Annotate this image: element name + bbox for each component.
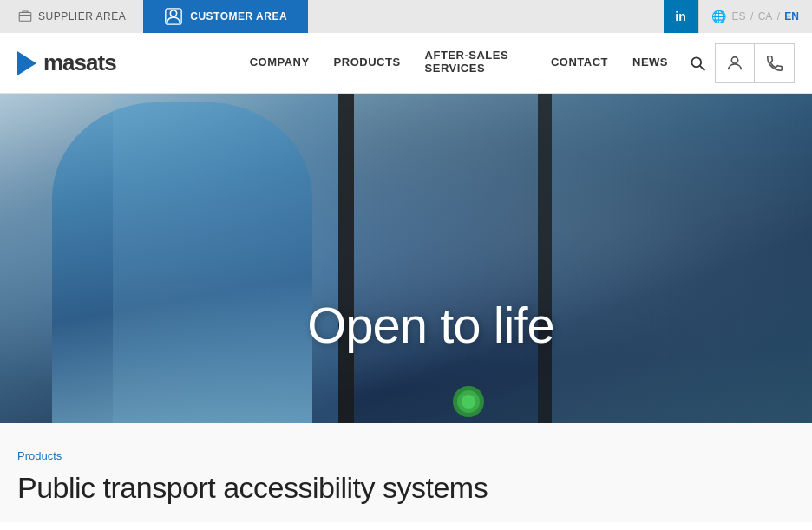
hero-decorative-lines [0, 94, 812, 423]
svg-point-3 [691, 57, 701, 67]
phone-icon [765, 54, 784, 73]
top-bar: SUPPLIER AREA CUSTOMER AREA in 🌐 ES / CA… [0, 0, 812, 33]
svg-rect-9 [552, 94, 812, 423]
lang-ca[interactable]: CA [758, 10, 773, 23]
nav-item-company[interactable]: COMPANY [238, 33, 322, 94]
main-nav: COMPANY PRODUCTS AFTER-SALES SERVICES CO… [238, 33, 715, 94]
svg-rect-8 [113, 94, 338, 423]
lang-en[interactable]: EN [784, 10, 799, 23]
svg-point-1 [171, 10, 177, 16]
svg-rect-7 [538, 94, 552, 423]
nav-item-contact[interactable]: CONTACT [539, 33, 620, 94]
user-icon [725, 54, 744, 73]
globe-icon: 🌐 [711, 10, 726, 23]
svg-rect-6 [338, 94, 354, 423]
customer-area-button[interactable]: CUSTOMER AREA [143, 0, 308, 33]
language-options: ES / CA / EN [731, 10, 800, 23]
svg-line-4 [700, 65, 704, 69]
lang-sep2: / [777, 10, 780, 23]
lang-es[interactable]: ES [732, 10, 746, 23]
svg-rect-0 [19, 13, 31, 22]
logo-text: masats [43, 49, 116, 76]
supplier-label: SUPPLIER AREA [38, 10, 126, 23]
page-heading: Public transport accessibility systems [17, 471, 795, 505]
nav-item-products[interactable]: PRODUCTS [322, 33, 413, 94]
nav-item-after-sales[interactable]: AFTER-SALES SERVICES [413, 33, 539, 94]
user-icon-button[interactable] [715, 43, 755, 83]
supplier-icon [17, 9, 33, 24]
svg-point-5 [731, 56, 737, 62]
nav-item-news[interactable]: NEWS [620, 33, 680, 94]
lang-sep1: / [750, 10, 753, 23]
content-area: Products Public transport accessibility … [0, 423, 812, 522]
customer-label: CUSTOMER AREA [190, 10, 287, 23]
breadcrumb[interactable]: Products [17, 449, 795, 462]
search-button[interactable] [680, 55, 715, 72]
top-bar-right: in 🌐 ES / CA / EN [664, 0, 812, 33]
customer-icon [164, 7, 183, 26]
search-icon [689, 55, 706, 72]
logo[interactable]: masats [17, 49, 116, 76]
logo-arrow-icon [17, 51, 36, 75]
linkedin-icon: in [675, 10, 685, 23]
nav-bar: masats COMPANY PRODUCTS AFTER-SALES SERV… [0, 33, 812, 94]
svg-point-12 [462, 395, 475, 409]
phone-icon-button[interactable] [755, 43, 795, 83]
linkedin-button[interactable]: in [664, 0, 698, 33]
supplier-area-button[interactable]: SUPPLIER AREA [0, 0, 143, 33]
nav-bar-right [715, 43, 795, 83]
hero-tagline: Open to life [307, 296, 554, 354]
hero-section: Open to life [0, 94, 812, 423]
language-selector[interactable]: 🌐 ES / CA / EN [699, 10, 812, 23]
